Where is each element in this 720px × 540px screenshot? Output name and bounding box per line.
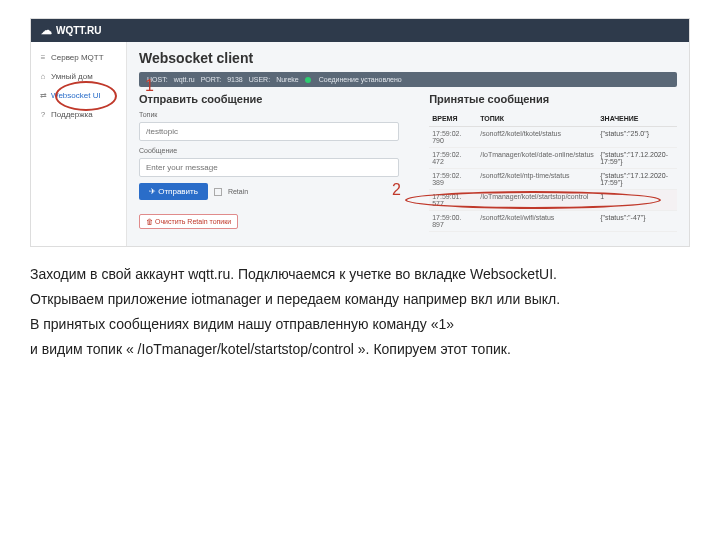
cell-time: 17:59:02.389 (429, 169, 477, 190)
sidebar-item-smarthome[interactable]: ⌂Умный дом (31, 67, 126, 86)
clear-retain-button[interactable]: 🗑 Очистить Retain топики (139, 214, 238, 229)
cell-value: {"status":"-47"} (597, 211, 677, 232)
connection-status: Соединение установлено (319, 76, 402, 83)
instruction-line: Открываем приложение iotmanager и переда… (30, 290, 690, 309)
user-label: USER: (249, 76, 270, 83)
table-row[interactable]: 17:59:02.389/sonoff2/kotel/ntp-time/stat… (429, 169, 677, 190)
connection-info-bar: HOST: wqtt.ru PORT: 9138 USER: Nureke Со… (139, 72, 677, 87)
table-row[interactable]: 17:59:01.577/IoTmanager/kotel/startstop/… (429, 190, 677, 211)
cell-value: 1 (597, 190, 677, 211)
table-row[interactable]: 17:59:00.897/sonoff2/kotel/wifi/status{"… (429, 211, 677, 232)
table-row[interactable]: 17:59:02.472/IoTmanager/kotel/date-onlin… (429, 148, 677, 169)
sidebar-item-label: Поддержка (51, 110, 93, 119)
received-title: Принятые сообщения (429, 93, 677, 105)
sidebar-item-websocket[interactable]: ⇄Websocket UI (31, 86, 126, 105)
sidebar-item-server[interactable]: ≡Сервер MQTT (31, 48, 126, 67)
main-content: Websocket client HOST: wqtt.ru PORT: 913… (127, 42, 689, 246)
cell-time: 17:59:00.897 (429, 211, 477, 232)
topic-label: Топик (139, 111, 399, 118)
send-panel: Отправить сообщение Топик Сообщение ✈ От… (139, 93, 399, 232)
instruction-line: В принятых сообщениях видим нашу отправл… (30, 315, 690, 334)
received-panel: Принятые сообщения ВРЕМЯ ТОПИК ЗНАЧЕНИЕ … (429, 93, 677, 232)
cell-topic: /sonoff2/kotel/tkotel/status (477, 127, 597, 148)
col-value: ЗНАЧЕНИЕ (597, 111, 677, 127)
host-value: wqtt.ru (174, 76, 195, 83)
cell-time: 17:59:01.577 (429, 190, 477, 211)
top-bar: ☁ WQTT.RU (31, 19, 689, 42)
retain-label: Retain (228, 188, 248, 195)
instruction-line: и видим топик « /IoTmanager/kotel/starts… (30, 340, 690, 359)
user-value: Nureke (276, 76, 299, 83)
page-title: Websocket client (139, 50, 677, 66)
send-title: Отправить сообщение (139, 93, 399, 105)
port-label: PORT: (201, 76, 222, 83)
host-label: HOST: (147, 76, 168, 83)
status-dot-icon (305, 77, 311, 83)
brand-text: WQTT.RU (56, 25, 102, 36)
instructions-block: Заходим в свой аккаунт wqtt.ru. Подключа… (30, 265, 690, 359)
message-input[interactable] (139, 158, 399, 177)
cell-time: 17:59:02.472 (429, 148, 477, 169)
topic-input[interactable] (139, 122, 399, 141)
instruction-line: Заходим в свой аккаунт wqtt.ru. Подключа… (30, 265, 690, 284)
cell-topic: /IoTmanager/kotel/startstop/control (477, 190, 597, 211)
socket-icon: ⇄ (39, 91, 47, 100)
cell-topic: /IoTmanager/kotel/date-online/status (477, 148, 597, 169)
cloud-icon: ☁ (41, 24, 52, 37)
messages-table: ВРЕМЯ ТОПИК ЗНАЧЕНИЕ 17:59:02.790/sonoff… (429, 111, 677, 232)
message-label: Сообщение (139, 147, 399, 154)
cell-value: {"status":"17.12.2020-17:59"} (597, 169, 677, 190)
cell-topic: /sonoff2/kotel/wifi/status (477, 211, 597, 232)
cell-value: {"status":"17.12.2020-17:59"} (597, 148, 677, 169)
screenshot-panel: ☁ WQTT.RU ≡Сервер MQTT ⌂Умный дом ⇄Webso… (30, 18, 690, 247)
sidebar-item-label: Сервер MQTT (51, 53, 104, 62)
help-icon: ? (39, 110, 47, 119)
cell-time: 17:59:02.790 (429, 127, 477, 148)
col-time: ВРЕМЯ (429, 111, 477, 127)
table-row[interactable]: 17:59:02.790/sonoff2/kotel/tkotel/status… (429, 127, 677, 148)
cell-value: {"status":"25.0"} (597, 127, 677, 148)
server-icon: ≡ (39, 53, 47, 62)
retain-checkbox[interactable] (214, 188, 222, 196)
col-topic: ТОПИК (477, 111, 597, 127)
sidebar-item-label: Websocket UI (51, 91, 101, 100)
home-icon: ⌂ (39, 72, 47, 81)
send-button[interactable]: ✈ Отправить (139, 183, 208, 200)
sidebar-item-label: Умный дом (51, 72, 93, 81)
port-value: 9138 (227, 76, 243, 83)
sidebar-item-support[interactable]: ?Поддержка (31, 105, 126, 124)
sidebar: ≡Сервер MQTT ⌂Умный дом ⇄Websocket UI ?П… (31, 42, 127, 246)
cell-topic: /sonoff2/kotel/ntp-time/status (477, 169, 597, 190)
